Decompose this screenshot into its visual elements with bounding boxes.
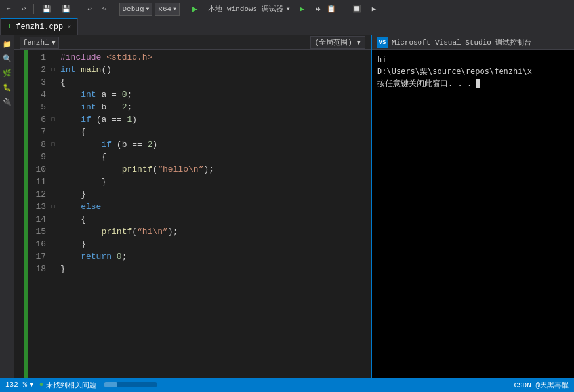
fold-gutter: □ □ □ □ — [49, 50, 58, 378]
editor-container: fenzhi ▼ (全局范围) ▼ 1 2 3 4 5 6 7 8 — [14, 35, 371, 378]
toolbar-extra1[interactable]: 🔲 — [348, 3, 365, 14]
code-line-13: else — [60, 201, 368, 213]
code-line-2: int main() — [60, 64, 368, 76]
toolbar-back[interactable]: ⬅ — [3, 3, 15, 14]
global-scope-dropdown[interactable]: (全局范围) ▼ — [310, 36, 365, 49]
code-line-1: #include <stdio.h> — [60, 51, 368, 64]
debug-panel: VS Microsoft Visual Studio 调试控制台 hi D:\U… — [371, 35, 574, 378]
scope-label: fenzhi — [23, 39, 49, 47]
debug-msg-line: 按任意键关闭此窗口. . . — [377, 77, 569, 89]
toolbar-redo[interactable]: ↪ — [98, 3, 111, 14]
sidebar-icon-explorer[interactable]: 📁 — [1, 38, 13, 50]
tab-icon: + — [7, 22, 12, 31]
toolbar-debug-btns[interactable]: ⏭ 📋 — [311, 3, 340, 14]
watermark: CSDN @天黑再醒 — [514, 380, 569, 390]
arch-dropdown[interactable]: x64 ▼ — [155, 3, 180, 16]
status-bar: 132 % ▼ ● 未找到相关问题 CSDN @天黑再醒 — [0, 378, 574, 392]
code-line-16: } — [60, 238, 368, 250]
global-label: (全局范围) — [315, 39, 352, 47]
tab-bar: + fenzhi.cpp × — [0, 18, 574, 35]
code-line-3: { — [60, 76, 368, 88]
toolbar-undo[interactable]: ↩ — [18, 3, 30, 14]
sidebar-icon-search[interactable]: 🔍 — [1, 52, 13, 64]
debug-config-arrow: ▼ — [146, 6, 150, 12]
global-arrow: ▼ — [356, 39, 361, 47]
code-content[interactable]: #include <stdio.h> int main() { int a = … — [58, 50, 371, 378]
code-line-6: if (a == 1) — [60, 113, 368, 126]
main-toolbar: ⬅ ↩ 💾 💾 ↩ ↪ Debug ▼ x64 ▼ ▶ 本地 Windows 调… — [0, 0, 574, 18]
code-line-18: } — [60, 263, 368, 275]
status-ok-icon: ● — [39, 381, 44, 389]
zoom-value: 132 % — [5, 381, 27, 389]
debug-config-dropdown[interactable]: Debug ▼ — [119, 3, 153, 16]
status-ok-item[interactable]: ● 未找到相关问题 — [39, 380, 97, 390]
arch-arrow: ▼ — [173, 6, 176, 12]
main-layout: 📁 🔍 🌿 🐛 🔌 fenzhi ▼ (全局范围) ▼ 1 2 — [0, 35, 574, 378]
fold-btn-13[interactable]: □ — [49, 201, 58, 213]
scroll-thumb — [104, 382, 117, 387]
toolbar-save1[interactable]: 💾 — [38, 3, 55, 14]
code-line-15: printf(“hi\n”); — [60, 225, 368, 238]
scope-dropdown[interactable]: fenzhi ▼ — [20, 37, 59, 49]
sidebar-icon-extensions[interactable]: 🔌 — [1, 96, 13, 108]
debug-panel-title: Microsoft Visual Studio 调试控制台 — [392, 37, 531, 47]
sidebar-icon-git[interactable]: 🌿 — [1, 67, 13, 79]
code-line-11: } — [60, 176, 368, 188]
toolbar-sep4 — [184, 4, 184, 14]
code-line-14: { — [60, 213, 368, 225]
fold-btn-2[interactable]: □ — [49, 64, 58, 76]
run-button[interactable]: ▶ — [188, 2, 201, 16]
debug-path-line: D:\Users\栗\source\repos\fenzhi\x — [377, 66, 569, 77]
zoom-control[interactable]: 132 % ▼ — [5, 381, 34, 389]
toolbar-sep5 — [344, 4, 344, 14]
debug-content[interactable]: hi D:\Users\栗\source\repos\fenzhi\x 按任意键… — [372, 50, 574, 378]
code-line-9: { — [60, 151, 368, 163]
line-numbers: 1 2 3 4 5 6 7 8 9 10 11 12 13 14 15 16 1… — [28, 50, 49, 378]
tab-close-btn[interactable]: × — [67, 24, 71, 31]
breakpoint-gutter — [14, 50, 24, 378]
zoom-arrow: ▼ — [30, 381, 34, 389]
code-line-5: int b = 2; — [60, 101, 368, 113]
status-ok-text: 未找到相关问题 — [46, 380, 96, 390]
code-line-12: } — [60, 188, 368, 201]
code-line-8: if (b == 2) — [60, 138, 368, 151]
sidebar-icon-debug[interactable]: 🐛 — [1, 81, 13, 93]
scroll-indicator — [104, 382, 157, 387]
editor-header: fenzhi ▼ (全局范围) ▼ — [14, 35, 371, 50]
toolbar-undo2[interactable]: ↩ — [83, 3, 96, 14]
debug-panel-header: VS Microsoft Visual Studio 调试控制台 — [372, 35, 574, 50]
run-label-arrow: ▼ — [287, 6, 290, 12]
fold-btn-8[interactable]: □ — [49, 138, 58, 151]
cursor-blink — [476, 79, 480, 88]
sidebar-icons: 📁 🔍 🌿 🐛 🔌 — [0, 35, 14, 378]
tab-filename: fenzhi.cpp — [16, 22, 63, 31]
tab-fenzhi[interactable]: + fenzhi.cpp × — [0, 18, 78, 35]
toolbar-extra2[interactable]: ▶ — [368, 3, 380, 14]
code-area: 1 2 3 4 5 6 7 8 9 10 11 12 13 14 15 16 1… — [14, 50, 371, 378]
toolbar-sep3 — [115, 4, 115, 14]
code-line-17: return 0; — [60, 250, 368, 263]
code-line-10: printf(“hello\n”); — [60, 163, 368, 176]
run-label[interactable]: 本地 Windows 调试器 ▼ — [204, 3, 293, 15]
fold-btn-6[interactable]: □ — [49, 113, 58, 126]
code-line-7: { — [60, 126, 368, 138]
toolbar-sep1 — [33, 4, 34, 14]
debug-hi-output: hi — [377, 54, 569, 66]
scope-arrow: ▼ — [52, 39, 56, 47]
toolbar-continue[interactable]: ▶ — [297, 3, 309, 14]
toolbar-sep2 — [79, 4, 79, 14]
vs-icon: VS — [377, 37, 388, 48]
toolbar-save2[interactable]: 💾 — [58, 3, 75, 14]
code-line-4: int a = 0; — [60, 88, 368, 101]
